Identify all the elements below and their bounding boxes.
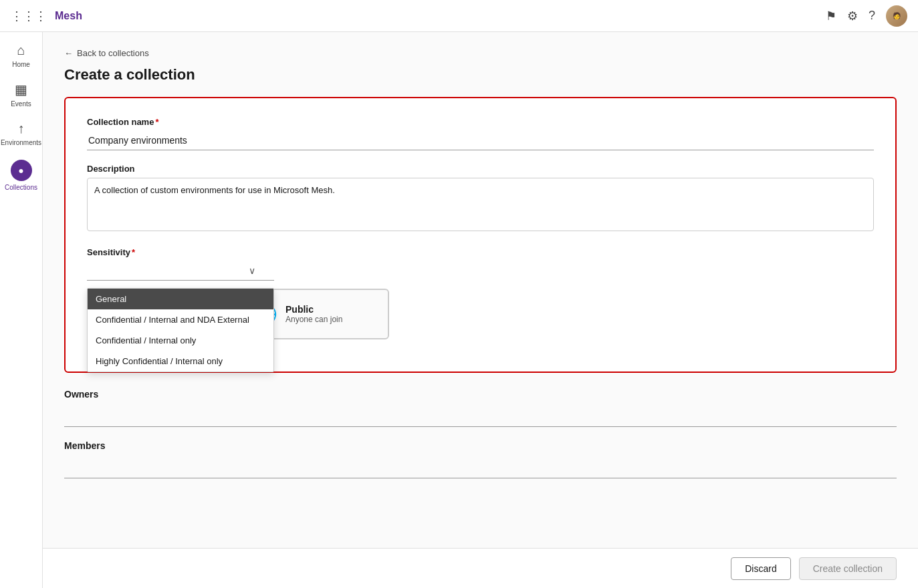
topbar: ⋮⋮⋮ Mesh ⚑ ⚙ ? 🧑 bbox=[0, 0, 918, 32]
description-input[interactable]: A collection of custom environments for … bbox=[87, 178, 874, 231]
sensitivity-field-group: Sensitivity* ∨ General Confidential / In… bbox=[87, 247, 874, 339]
collection-name-field-group: Collection name* bbox=[87, 117, 874, 150]
main-layout: ⌂ Home ▦ Events ↑ Environments ● Collect… bbox=[0, 32, 918, 588]
required-indicator: * bbox=[155, 117, 158, 127]
sensitivity-option-confidential-nda[interactable]: Confidential / Internal and NDA External bbox=[88, 309, 273, 330]
sensitivity-dropdown-menu: General Confidential / Internal and NDA … bbox=[87, 288, 274, 372]
members-input[interactable] bbox=[64, 456, 897, 478]
members-label: Members bbox=[64, 440, 897, 451]
permission-public-sub: Anyone can join bbox=[285, 315, 342, 324]
home-icon: ⌂ bbox=[17, 43, 25, 58]
sensitivity-dropdown-wrapper: ∨ General Confidential / Internal and ND… bbox=[87, 261, 274, 281]
sidebar-item-label-collections: Collections bbox=[5, 184, 37, 191]
collections-icon: ● bbox=[11, 160, 32, 181]
events-icon: ▦ bbox=[15, 82, 27, 98]
sidebar-item-label-environments: Environments bbox=[1, 139, 41, 146]
owners-label: Owners bbox=[64, 389, 897, 400]
collection-name-label: Collection name* bbox=[87, 117, 874, 127]
sidebar-item-label-events: Events bbox=[11, 100, 31, 108]
create-collection-form: Collection name* Description A collectio… bbox=[64, 97, 897, 373]
sensitivity-option-confidential-internal[interactable]: Confidential / Internal only bbox=[88, 330, 273, 351]
sidebar-item-environments[interactable]: ↑ Environments bbox=[0, 116, 42, 152]
sidebar-item-collections[interactable]: ● Collections bbox=[0, 154, 42, 196]
sensitivity-option-general[interactable]: General bbox=[88, 289, 273, 309]
description-label: Description bbox=[87, 164, 874, 174]
permission-public-title: Public bbox=[285, 304, 342, 315]
page-title: Create a collection bbox=[64, 66, 897, 84]
flag-icon[interactable]: ⚑ bbox=[826, 9, 836, 23]
content-area: ← Back to collections Create a collectio… bbox=[43, 32, 918, 588]
sensitivity-dropdown-trigger[interactable]: ∨ bbox=[87, 261, 274, 281]
sensitivity-option-highly-confidential[interactable]: Highly Confidential / Internal only bbox=[88, 351, 273, 372]
back-arrow-icon: ← bbox=[64, 48, 73, 58]
topbar-actions: ⚑ ⚙ ? 🧑 bbox=[826, 5, 907, 27]
sidebar-item-home[interactable]: ⌂ Home bbox=[0, 37, 42, 74]
sensitivity-label: Sensitivity* bbox=[87, 247, 874, 257]
sidebar: ⌂ Home ▦ Events ↑ Environments ● Collect… bbox=[0, 32, 43, 588]
gear-icon[interactable]: ⚙ bbox=[847, 9, 858, 23]
owners-section: Owners bbox=[64, 389, 897, 427]
sidebar-item-events[interactable]: ▦ Events bbox=[0, 76, 42, 113]
app-title: Mesh bbox=[55, 10, 818, 22]
discard-button[interactable]: Discard bbox=[731, 557, 790, 580]
back-link[interactable]: ← Back to collections bbox=[64, 48, 897, 58]
owners-input[interactable] bbox=[64, 405, 897, 427]
back-link-text: Back to collections bbox=[77, 48, 149, 58]
create-collection-button[interactable]: Create collection bbox=[799, 557, 897, 580]
grid-icon[interactable]: ⋮⋮⋮ bbox=[11, 9, 47, 23]
help-icon[interactable]: ? bbox=[869, 9, 875, 23]
collection-name-input[interactable] bbox=[87, 131, 874, 150]
chevron-down-icon: ∨ bbox=[249, 265, 255, 276]
avatar[interactable]: 🧑 bbox=[886, 5, 907, 27]
permission-public-text: Public Anyone can join bbox=[285, 304, 342, 324]
environments-icon: ↑ bbox=[18, 121, 25, 136]
sensitivity-required-indicator: * bbox=[132, 247, 135, 257]
action-bar: Discard Create collection bbox=[43, 548, 918, 588]
members-section: Members bbox=[64, 440, 897, 478]
sidebar-item-label-home: Home bbox=[12, 61, 30, 68]
description-field-group: Description A collection of custom envir… bbox=[87, 164, 874, 234]
